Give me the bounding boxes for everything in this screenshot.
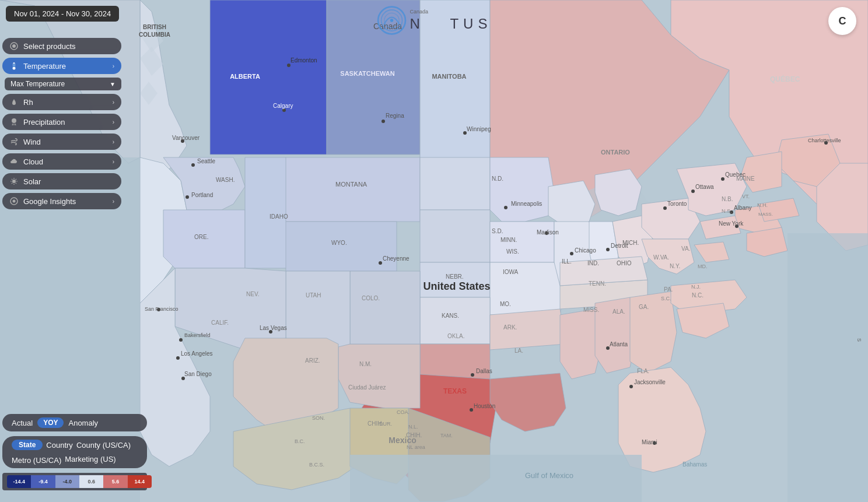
scale-segment-3: 0.6	[79, 475, 103, 488]
actual-label[interactable]: Actual	[12, 419, 33, 427]
svg-text:MISS.: MISS.	[583, 307, 599, 313]
svg-point-25	[471, 373, 474, 377]
svg-text:OHIO: OHIO	[617, 260, 632, 266]
logo-canada: Canada	[410, 9, 429, 15]
sidebar-item-cloud[interactable]: Cloud ›	[2, 153, 121, 170]
precipitation-label: Precipitation	[23, 118, 65, 127]
svg-text:QUÉBEC: QUÉBEC	[770, 75, 800, 83]
rh-icon	[9, 97, 19, 107]
svg-text:Chicago: Chicago	[575, 247, 596, 254]
temperature-icon	[9, 61, 19, 71]
svg-point-17	[570, 252, 573, 255]
yoy-button[interactable]: YOY	[37, 417, 64, 428]
svg-point-138	[12, 118, 16, 123]
svg-text:ARIZ.: ARIZ.	[305, 357, 320, 364]
svg-text:IOWA: IOWA	[503, 269, 519, 275]
date-bar[interactable]: Nov 01, 2024 - Nov 30, 2024	[6, 6, 119, 22]
svg-point-12	[179, 338, 183, 342]
svg-text:N.B.: N.B.	[722, 196, 733, 202]
svg-text:ALA.: ALA.	[612, 308, 625, 315]
sidebar-item-wind[interactable]: Wind ›	[2, 134, 121, 150]
svg-point-5	[382, 120, 385, 123]
svg-text:COLO.: COLO.	[362, 295, 380, 301]
logo-text: N TUS	[410, 16, 492, 32]
metro-label[interactable]: Metro (US/CA)	[12, 456, 61, 465]
anomaly-label[interactable]: Anomaly	[68, 419, 98, 427]
svg-text:Atlanta: Atlanta	[610, 341, 628, 347]
svg-point-134	[12, 44, 16, 48]
svg-text:ARK.: ARK.	[503, 324, 517, 331]
svg-text:N.Y.: N.Y.	[670, 263, 680, 269]
sidebar-item-solar[interactable]: Solar	[2, 173, 121, 189]
user-avatar[interactable]: C	[828, 7, 856, 35]
svg-point-18	[606, 248, 610, 251]
country-label[interactable]: Country	[46, 441, 73, 450]
svg-text:OKLA.: OKLA.	[447, 333, 464, 339]
svg-text:COA.: COA.	[397, 409, 410, 415]
svg-text:Bahamas: Bahamas	[682, 461, 707, 468]
svg-text:Winnipeg: Winnipeg	[467, 126, 491, 132]
svg-text:ALBERTA: ALBERTA	[230, 73, 260, 80]
svg-text:Regina: Regina	[386, 113, 404, 119]
svg-text:San Francisco: San Francisco	[145, 306, 178, 312]
svg-text:N.M.: N.M.	[359, 361, 372, 367]
svg-point-8	[191, 163, 195, 167]
dropdown-arrow-icon: ▼	[110, 81, 116, 87]
svg-text:N.J.: N.J.	[691, 284, 701, 290]
solar-label: Solar	[23, 177, 41, 186]
wind-icon	[9, 137, 19, 146]
sidebar-item-google-insights[interactable]: Google Insights ›	[2, 193, 121, 209]
select-products-icon	[9, 41, 19, 51]
sidebar-item-temperature[interactable]: Temperature ›	[2, 58, 121, 74]
color-scale: -14.4 -9.4 -4.0 0.6 5.6 14.4	[7, 475, 152, 488]
svg-text:B.C.S.: B.C.S.	[309, 462, 324, 468]
svg-point-11	[176, 356, 180, 360]
sidebar-item-rh[interactable]: Rh ›	[2, 94, 121, 110]
svg-text:WASH.: WASH.	[216, 177, 235, 183]
date-range-label: Nov 01, 2024 - Nov 30, 2024	[14, 9, 111, 18]
scale-value-3: 0.6	[88, 479, 95, 485]
google-insights-label: Google Insights	[23, 197, 76, 206]
svg-text:FLA.: FLA.	[637, 368, 649, 374]
svg-text:New York: New York	[719, 220, 744, 227]
svg-text:N.C.: N.C.	[692, 292, 704, 299]
svg-text:MICH.: MICH.	[622, 240, 639, 246]
svg-text:Ottawa: Ottawa	[695, 184, 714, 190]
svg-line-149	[16, 179, 16, 180]
svg-text:MO.: MO.	[500, 301, 511, 307]
svg-text:NEV.: NEV.	[246, 291, 259, 297]
svg-text:MD.: MD.	[698, 264, 708, 269]
rh-label: Rh	[23, 98, 33, 107]
svg-text:VT.: VT.	[742, 194, 750, 199]
svg-point-9	[186, 195, 189, 199]
svg-line-147	[12, 179, 12, 180]
svg-text:PA.: PA.	[664, 286, 673, 293]
svg-line-139	[12, 124, 13, 125]
svg-text:Gulf of Mexico: Gulf of Mexico	[525, 471, 573, 480]
svg-point-24	[379, 261, 382, 265]
marketing-label[interactable]: Marketing (US)	[65, 455, 116, 464]
svg-text:GA.: GA.	[639, 304, 649, 310]
svg-text:W.VA.: W.VA.	[653, 254, 669, 261]
sidebar-item-precipitation[interactable]: Precipitation ›	[2, 114, 121, 130]
svg-text:Madison: Madison	[537, 229, 559, 236]
sidebar-item-select-products[interactable]: Select products	[2, 38, 121, 54]
svg-text:S: S	[856, 338, 862, 342]
county-label[interactable]: County (US/CA)	[76, 441, 131, 450]
svg-text:ONTARIO: ONTARIO	[601, 149, 630, 156]
svg-text:MINN.: MINN.	[501, 237, 517, 243]
granularity-bar: State Country County (US/CA) Metro (US/C…	[2, 436, 147, 468]
cloud-label: Cloud	[23, 157, 43, 166]
svg-text:Portland: Portland	[191, 192, 213, 198]
svg-text:COLUMBIA: COLUMBIA	[139, 31, 170, 38]
svg-text:CHIH.: CHIH.	[406, 432, 422, 438]
svg-text:TEXAS: TEXAS	[443, 387, 467, 395]
svg-point-19	[663, 206, 667, 210]
temperature-dropdown[interactable]: Max Temperature ▼	[5, 78, 121, 90]
svg-text:BRITISH: BRITISH	[143, 24, 166, 30]
svg-text:Minneapolis: Minneapolis	[511, 201, 542, 207]
svg-text:IDAHO: IDAHO	[270, 213, 288, 220]
svg-text:Edmonton: Edmonton	[290, 57, 317, 64]
scale-segment-4: 5.6	[103, 475, 127, 488]
state-button[interactable]: State	[12, 440, 43, 450]
